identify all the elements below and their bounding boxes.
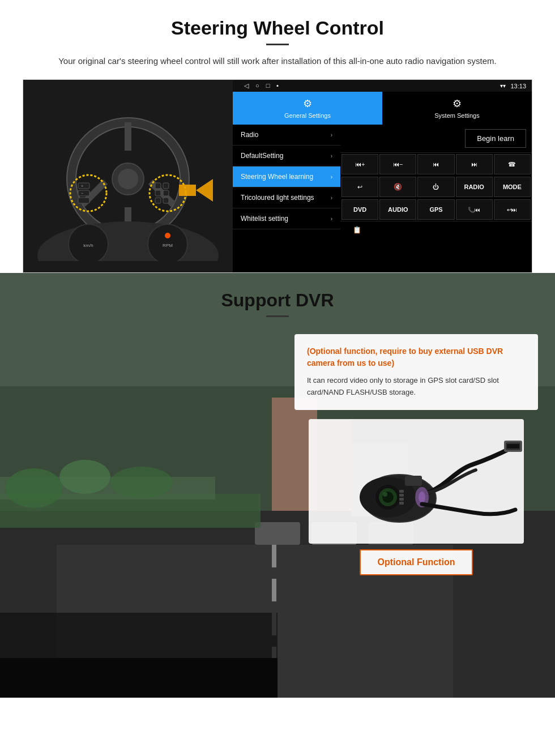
nav-menu-icon[interactable]: ▪ [276,82,279,89]
menu-tricoloured-arrow: › [331,195,332,201]
dvr-optional-text: (Optional function, require to buy exter… [307,345,526,369]
dvr-description: It can record video only to storage in G… [307,375,526,399]
ctrl-gps[interactable]: GPS [417,199,454,220]
svg-rect-84 [399,498,404,501]
svg-rect-19 [163,190,169,196]
svg-point-8 [118,169,138,189]
svg-text:RPM: RPM [163,243,173,248]
ctrl-audio[interactable]: AUDIO [379,199,416,220]
tab-general-settings[interactable]: ⚙ General Settings [233,92,382,125]
title-divider [266,44,289,45]
svg-rect-13 [78,198,89,203]
ctrl-phone[interactable]: ☎ [494,154,531,174]
menu-default-arrow: › [331,153,332,159]
steering-wheel-svg: + − km/h RPM [32,91,224,261]
svg-rect-23 [179,185,196,196]
svg-rect-76 [405,476,422,486]
android-ui-panel: ◁ ○ □ ▪ ▾▾ 13:13 ⚙ General Settings ⚙ Sy… [233,80,532,272]
ctrl-button-grid-row1: ⏮+ ⏮− ⏮ ⏭ ☎ [340,153,532,176]
menu-whitelist-label: Whitelist setting [241,215,288,223]
svg-rect-79 [507,444,519,449]
svg-text:km/h: km/h [83,243,93,248]
svg-rect-85 [399,502,404,505]
nav-back-icon[interactable]: ◁ [244,82,249,89]
dvr-title: Support DVR [0,290,555,311]
dvr-title-area: Support DVR [0,273,555,323]
steering-controls-panel: Begin learn ⏮+ ⏮− ⏮ ⏭ ☎ ↩ 🔇 ⏻ [340,125,532,272]
dvr-section: Support DVR [0,273,555,698]
menu-steering-label: Steering Wheel learning [241,173,313,181]
settings-menu: Radio › DefaultSetting › Steering Wheel … [233,125,340,272]
tab-system-label: System Settings [434,112,479,119]
ctrl-button-grid-row3: DVD AUDIO GPS 📞⏮ ↩⏭ [340,198,532,221]
section-subtitle: Your original car's steering wheel contr… [34,54,521,68]
ctrl-power[interactable]: ⏻ [417,177,454,197]
menu-radio-arrow: › [331,132,332,138]
svg-point-75 [383,492,387,497]
tab-system-settings[interactable]: ⚙ System Settings [382,92,532,125]
ctrl-phone-prev[interactable]: 📞⏮ [456,199,493,220]
menu-steering-wheel-learning[interactable]: Steering Wheel learning › [233,166,340,187]
optional-function-box: Optional Function [360,549,473,575]
ctrl-mode[interactable]: MODE [494,177,531,197]
begin-learn-row: Begin learn [340,125,532,153]
android-statusbar: ◁ ○ □ ▪ ▾▾ 13:13 [233,80,532,92]
begin-learn-button[interactable]: Begin learn [465,129,526,148]
ctrl-vol-up[interactable]: ⏮+ [341,154,378,174]
wifi-icon: ▾▾ [500,83,506,89]
ctrl-vol-down[interactable]: ⏮− [379,154,416,174]
svg-point-29 [165,233,170,238]
ctrl-dvd[interactable]: DVD [341,199,378,220]
svg-rect-83 [399,494,404,497]
dvr-right-area: (Optional function, require to buy exter… [294,334,538,698]
dvr-camera-area [294,419,538,544]
svg-point-81 [419,492,425,503]
svg-rect-17 [163,183,169,189]
nav-home-icon[interactable]: ○ [255,82,259,89]
dvr-background: Support DVR [0,273,555,698]
svg-rect-11 [78,183,89,189]
ctrl-back-next[interactable]: ↩⏭ [494,199,531,220]
steering-section: Steering Wheel Control Your original car… [0,0,555,273]
menu-default-setting[interactable]: DefaultSetting › [233,146,340,166]
page-title: Steering Wheel Control [23,17,532,39]
menu-tricoloured[interactable]: Tricoloured light settings › [233,187,340,208]
nav-buttons: ◁ ○ □ ▪ [244,82,279,89]
general-settings-icon: ⚙ [303,97,312,110]
svg-rect-20 [155,198,161,203]
menu-controls-row: Radio › DefaultSetting › Steering Wheel … [233,125,532,272]
dvr-content-row: Seicane [0,323,555,698]
menu-default-label: DefaultSetting [241,152,283,160]
dvr-camera-image [309,419,524,544]
menu-whitelist[interactable]: Whitelist setting › [233,208,340,229]
svg-rect-18 [155,190,161,196]
dvr-info-card: (Optional function, require to buy exter… [294,334,538,410]
settings-tabs: ⚙ General Settings ⚙ System Settings [233,92,532,125]
menu-tricoloured-label: Tricoloured light settings [241,194,314,202]
svg-text:+: + [81,184,83,188]
ctrl-prev[interactable]: ⏮ [417,154,454,174]
svg-rect-16 [155,183,161,189]
ctrl-back[interactable]: ↩ [341,177,378,197]
dvr-camera-svg [309,419,524,544]
nav-square-icon[interactable]: □ [266,82,270,89]
status-time: 13:13 [510,83,526,89]
svg-rect-12 [78,190,89,196]
optional-function-label: Optional Function [378,557,455,567]
ctrl-radio[interactable]: RADIO [456,177,493,197]
menu-whitelist-arrow: › [331,216,332,222]
system-settings-icon: ⚙ [452,97,462,110]
steering-demo-container: + − km/h RPM [23,79,532,273]
whitelist-icon-row: 📋 [340,221,532,238]
svg-rect-82 [399,490,404,493]
svg-rect-21 [163,198,169,203]
svg-text:−: − [81,191,83,195]
tab-general-label: General Settings [284,112,331,119]
menu-radio-label: Radio [241,131,258,139]
ctrl-mute[interactable]: 🔇 [379,177,416,197]
menu-steering-arrow: › [331,174,332,180]
menu-radio[interactable]: Radio › [233,125,340,146]
ctrl-next[interactable]: ⏭ [456,154,493,174]
ctrl-button-grid-row2: ↩ 🔇 ⏻ RADIO MODE [340,176,532,198]
steering-wheel-image: + − km/h RPM [23,80,233,272]
